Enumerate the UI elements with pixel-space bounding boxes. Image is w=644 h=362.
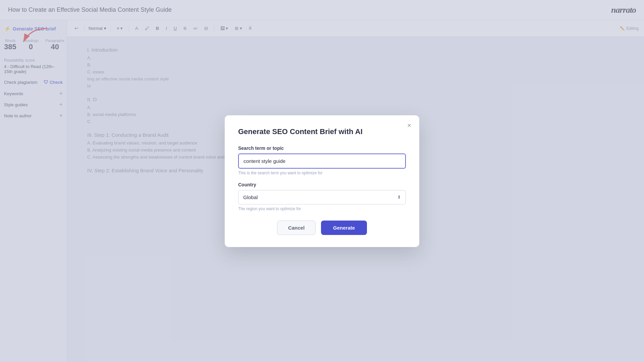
modal-overlay: Generate SEO Content Brief with AI × Sea… <box>0 0 644 362</box>
modal-close-button[interactable]: × <box>407 122 411 129</box>
search-term-hint: This is the search term you want to opti… <box>238 171 406 175</box>
search-term-input[interactable] <box>238 154 406 169</box>
modal-title: Generate SEO Content Brief with AI <box>238 127 406 136</box>
modal-actions: Cancel Generate <box>238 221 406 235</box>
country-label: Country <box>238 182 406 187</box>
search-term-label: Search term or topic <box>238 145 406 151</box>
cancel-button[interactable]: Cancel <box>277 221 316 235</box>
seo-brief-modal: Generate SEO Content Brief with AI × Sea… <box>225 115 419 247</box>
generate-button[interactable]: Generate <box>321 221 367 235</box>
country-select-wrapper: Global United States United Kingdom Cana… <box>238 190 406 204</box>
country-select[interactable]: Global United States United Kingdom Cana… <box>238 190 406 204</box>
country-hint: The region you want to optimize for <box>238 206 406 211</box>
